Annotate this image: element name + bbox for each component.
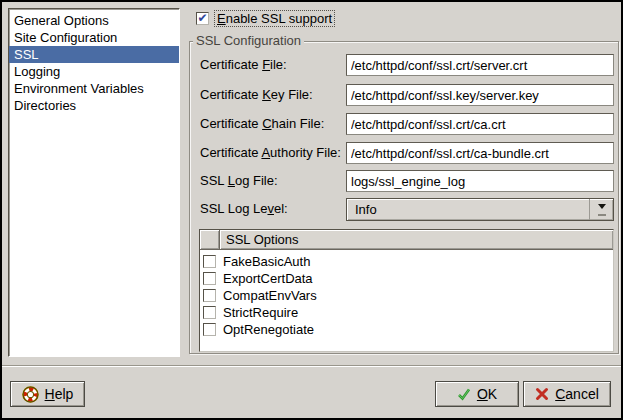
certificate-key-file-label: Certificate Key File: — [200, 84, 313, 106]
footer-separator — [2, 365, 621, 367]
table-row: StrictRequire — [200, 304, 613, 321]
enable-ssl-label[interactable]: Enable SSL support — [214, 10, 335, 27]
ok-button[interactable]: OK — [435, 381, 519, 407]
sidebar-item-site-configuration[interactable]: Site Configuration — [9, 29, 179, 46]
certificate-authority-file-input[interactable] — [346, 142, 614, 164]
option-checkbox[interactable] — [203, 323, 216, 336]
option-checkbox[interactable] — [203, 306, 216, 319]
checkbox-column-header[interactable] — [200, 230, 220, 250]
certificate-file-input[interactable] — [346, 54, 614, 76]
help-button[interactable]: Help — [10, 381, 85, 407]
green-check-icon — [457, 387, 471, 401]
table-row: CompatEnvVars — [200, 287, 613, 304]
option-checkbox[interactable] — [203, 272, 216, 285]
category-list: General Options Site Configuration SSL L… — [8, 8, 180, 357]
life-ring-icon — [22, 386, 39, 403]
ssl-log-level-value: Info — [355, 202, 377, 217]
down-arrow-icon — [598, 204, 606, 213]
certificate-chain-file-label: Certificate Chain File: — [200, 113, 324, 135]
ssl-options-header-row: SSL Options — [200, 230, 613, 250]
ssl-log-level-dropdown[interactable]: Info — [346, 198, 614, 221]
table-row: FakeBasicAuth — [200, 253, 613, 270]
enable-ssl-checkbox[interactable]: ✔ — [196, 12, 209, 25]
table-row: OptRenegotiate — [200, 321, 613, 338]
frame-title: SSL Configuration — [193, 33, 304, 48]
cancel-button[interactable]: Cancel — [523, 381, 611, 407]
option-label: FakeBasicAuth — [223, 254, 310, 269]
enable-ssl-row: ✔ Enable SSL support — [196, 10, 335, 27]
sidebar-item-directories[interactable]: Directories — [9, 97, 179, 114]
sidebar-item-general-options[interactable]: General Options — [9, 12, 179, 29]
option-checkbox[interactable] — [203, 255, 216, 268]
certificate-authority-file-label: Certificate Authority File: — [200, 142, 341, 164]
table-row: ExportCertData — [200, 270, 613, 287]
ssl-log-file-label: SSL Log File: — [200, 170, 278, 192]
help-button-label: Help — [45, 386, 74, 402]
option-checkbox[interactable] — [203, 289, 216, 302]
cancel-button-label: Cancel — [555, 386, 599, 402]
certificate-chain-file-input[interactable] — [346, 113, 614, 135]
red-x-icon — [535, 387, 549, 401]
sidebar-item-ssl[interactable]: SSL — [9, 46, 179, 63]
certificate-file-label: Certificate File: — [200, 54, 287, 76]
ssl-configuration-frame: SSL Configuration Certificate File: Cert… — [189, 41, 619, 354]
ssl-options-body: FakeBasicAuth ExportCertData CompatEnvVa… — [200, 250, 613, 338]
dropdown-button[interactable] — [589, 199, 613, 220]
option-label: OptRenegotiate — [223, 322, 314, 337]
option-label: ExportCertData — [223, 271, 313, 286]
ssl-log-level-label: SSL Log Level: — [200, 198, 288, 220]
certificate-key-file-input[interactable] — [346, 84, 614, 106]
down-arrow-bar — [598, 214, 606, 216]
ssl-log-file-input[interactable] — [346, 170, 614, 192]
ssl-options-table: SSL Options FakeBasicAuth ExportCertData… — [199, 229, 614, 352]
ssl-options-column-header[interactable]: SSL Options — [220, 230, 613, 250]
httpd-ssl-config-dialog: General Options Site Configuration SSL L… — [0, 0, 623, 420]
option-label: CompatEnvVars — [223, 288, 317, 303]
ok-button-label: OK — [477, 386, 497, 402]
sidebar-item-logging[interactable]: Logging — [9, 63, 179, 80]
option-label: StrictRequire — [223, 305, 298, 320]
sidebar-item-environment-variables[interactable]: Environment Variables — [9, 80, 179, 97]
